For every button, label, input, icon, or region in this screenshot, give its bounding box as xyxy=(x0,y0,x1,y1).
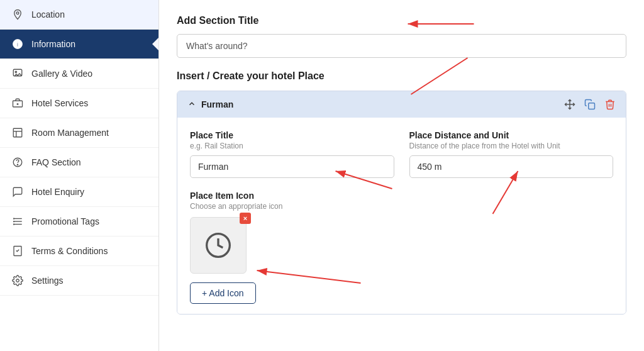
sidebar-item-location[interactable]: Location xyxy=(0,0,158,30)
info-icon: i xyxy=(11,38,24,50)
place-distance-label: Place Distance and Unit xyxy=(409,130,614,140)
place-distance-input[interactable] xyxy=(409,155,614,178)
svg-point-12 xyxy=(17,164,18,165)
sidebar-item-promotional-tags[interactable]: Promotional Tags xyxy=(0,207,158,237)
sidebar-item-hotel-services[interactable]: Hotel Services xyxy=(0,89,158,118)
add-section-title-label: Add Section Title xyxy=(177,15,626,26)
accordion-header[interactable]: Furman xyxy=(177,91,626,118)
main-content: Add Section Title Insert / Create your h… xyxy=(159,0,644,351)
sidebar-room-label: Room Management xyxy=(31,128,109,138)
sidebar-enquiry-label: Hotel Enquiry xyxy=(31,187,84,197)
delete-icon[interactable] xyxy=(604,99,616,110)
icon-preview-wrapper: × xyxy=(190,217,247,274)
sidebar-information-label: Information xyxy=(31,39,75,49)
section-title-input[interactable] xyxy=(177,34,626,58)
add-icon-button[interactable]: + Add Icon xyxy=(190,282,256,304)
terms-icon xyxy=(11,245,24,257)
accordion-body: Place Title e.g. Rail Station Place Dist… xyxy=(177,118,626,314)
place-title-hint: e.g. Rail Station xyxy=(190,142,394,150)
sidebar-item-hotel-enquiry[interactable]: Hotel Enquiry xyxy=(0,177,158,207)
settings-icon xyxy=(11,274,24,287)
place-icon-section: Place Item Icon Choose an appropriate ic… xyxy=(190,191,613,304)
place-accordion: Furman xyxy=(177,91,626,315)
add-icon-label: + Add Icon xyxy=(202,288,244,298)
icon-remove-button[interactable]: × xyxy=(240,213,251,224)
copy-icon[interactable] xyxy=(584,99,596,110)
place-distance-group: Place Distance and Unit Distance of the … xyxy=(409,130,614,178)
place-form-row: Place Title e.g. Rail Station Place Dist… xyxy=(190,130,613,178)
sidebar-hotel-services-label: Hotel Services xyxy=(31,98,88,108)
tags-icon xyxy=(11,215,24,228)
location-icon xyxy=(11,8,24,21)
sidebar-settings-label: Settings xyxy=(31,276,64,286)
accordion-header-actions xyxy=(564,99,616,110)
sidebar-item-terms[interactable]: Terms & Conditions xyxy=(0,237,158,266)
sidebar-faq-label: FAQ Section xyxy=(31,157,81,167)
place-title-input[interactable] xyxy=(190,155,394,178)
sidebar-item-information[interactable]: i Information xyxy=(0,30,158,59)
sidebar-location-label: Location xyxy=(31,9,65,20)
accordion-header-left: Furman xyxy=(187,99,233,110)
room-icon xyxy=(11,126,24,139)
gallery-icon xyxy=(11,67,24,80)
place-title-label: Place Title xyxy=(190,130,394,140)
accordion-title: Furman xyxy=(201,99,233,109)
sidebar: Location i Information Gallery & Video xyxy=(0,0,159,351)
svg-point-0 xyxy=(16,12,19,14)
sidebar-item-faq[interactable]: FAQ Section xyxy=(0,148,158,177)
move-icon[interactable] xyxy=(564,99,575,110)
place-icon-hint: Choose an appropriate icon xyxy=(190,202,613,211)
chevron-up-icon xyxy=(187,99,196,110)
place-distance-hint: Distance of the place from the Hotel wit… xyxy=(409,142,614,150)
sidebar-promo-label: Promotional Tags xyxy=(31,216,99,226)
sidebar-item-room-management[interactable]: Room Management xyxy=(0,118,158,148)
faq-icon xyxy=(11,156,24,169)
svg-rect-21 xyxy=(589,103,595,109)
sidebar-item-gallery[interactable]: Gallery & Video xyxy=(0,59,158,89)
clock-icon xyxy=(204,231,232,259)
place-icon-label: Place Item Icon xyxy=(190,191,613,201)
sidebar-gallery-label: Gallery & Video xyxy=(31,69,92,79)
svg-point-4 xyxy=(15,71,16,72)
sidebar-item-settings[interactable]: Settings xyxy=(0,266,158,296)
hotel-services-icon xyxy=(11,97,24,109)
enquiry-icon xyxy=(11,186,24,198)
place-title-group: Place Title e.g. Rail Station xyxy=(190,130,394,178)
icon-preview xyxy=(190,217,247,274)
sidebar-terms-label: Terms & Conditions xyxy=(31,246,108,256)
svg-point-20 xyxy=(16,279,19,282)
svg-text:i: i xyxy=(17,40,19,48)
svg-rect-8 xyxy=(13,128,22,137)
insert-label: Insert / Create your hotel Place xyxy=(177,70,626,82)
